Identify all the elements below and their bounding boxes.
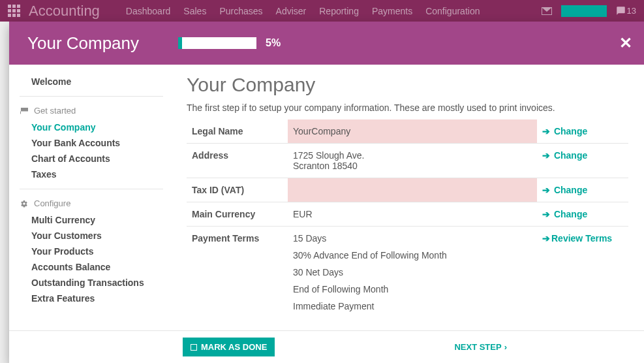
nav-configuration[interactable]: Configuration [425, 6, 480, 16]
nav-purchases[interactable]: Purchases [219, 6, 262, 16]
label-payment-terms: Payment Terms [187, 227, 288, 319]
sidebar-your-company[interactable]: Your Company [20, 119, 163, 135]
nav-adviser[interactable]: Adviser [276, 6, 307, 16]
sidebar-outstanding-transactions[interactable]: Outstanding Transactions [20, 275, 163, 291]
nav-reporting[interactable]: Reporting [319, 6, 359, 16]
sidebar-section-label: Configure [34, 198, 70, 208]
label-address: Address [187, 144, 288, 178]
sidebar-multi-currency[interactable]: Multi Currency [20, 212, 163, 228]
row-main-currency: Main Currency EUR ➔ Change [187, 202, 628, 227]
sidebar-welcome[interactable]: Welcome [20, 74, 163, 89]
gear-icon [20, 200, 29, 208]
change-legal-name[interactable]: ➔ Change [542, 126, 587, 136]
sidebar-section-get-started: Get started [20, 106, 163, 116]
chat-indicator[interactable]: 13 [616, 6, 636, 16]
sidebar-section-label: Get started [34, 106, 76, 116]
close-icon[interactable]: ✕ [619, 34, 632, 52]
arrow-right-icon: ➔ [542, 185, 550, 195]
modal-header: Your Company 5% ✕ [9, 22, 644, 65]
arrow-right-icon: ➔ [542, 233, 550, 244]
change-tax-id[interactable]: ➔ Change [542, 185, 587, 195]
arrow-right-icon: ➔ [542, 150, 550, 161]
chevron-right-icon: › [504, 342, 507, 352]
page-subtitle: The first step if to setup your company … [187, 103, 628, 113]
review-terms[interactable]: ➔Review Terms [542, 233, 612, 244]
mail-icon[interactable] [542, 7, 552, 15]
mark-as-done-button[interactable]: MARK AS DONE [183, 338, 275, 356]
nav-payments[interactable]: Payments [372, 6, 412, 16]
flag-icon [20, 108, 29, 114]
top-nav: Dashboard Sales Purchases Adviser Report… [126, 6, 542, 16]
onboarding-sidebar[interactable]: Welcome Get started Your Company Your Ba… [9, 65, 171, 330]
row-legal-name: Legal Name YourCompany ➔ Change [187, 119, 628, 144]
modal-footer: MARK AS DONE NEXT STEP › [9, 330, 644, 363]
value-currency: EUR [288, 202, 537, 227]
sidebar-section-configure: Configure [20, 198, 163, 208]
chat-count: 13 [627, 6, 636, 16]
row-tax-id: Tax ID (VAT) ➔ Change [187, 178, 628, 202]
sidebar-extra-features[interactable]: Extra Features [20, 291, 163, 306]
label-currency: Main Currency [187, 202, 288, 227]
onboarding-modal: Your Company 5% ✕ Welcome Get started Yo… [9, 22, 644, 363]
page-heading: Your Company [187, 74, 628, 96]
sidebar-taxes[interactable]: Taxes [20, 166, 163, 182]
sidebar-bank-accounts[interactable]: Your Bank Accounts [20, 135, 163, 151]
company-info-table: Legal Name YourCompany ➔ Change Address … [187, 119, 628, 318]
progress-label: 5% [266, 37, 281, 49]
progress-bar [178, 37, 256, 49]
arrow-right-icon: ➔ [542, 209, 550, 219]
next-step-button[interactable]: NEXT STEP › [454, 342, 507, 352]
value-address: 1725 Slough Ave. Scranton 18540 [288, 144, 537, 178]
nav-dashboard[interactable]: Dashboard [126, 6, 171, 16]
sidebar-chart-of-accounts[interactable]: Chart of Accounts [20, 151, 163, 166]
app-top-bar: Accounting Dashboard Sales Purchases Adv… [0, 0, 644, 22]
value-tax-id [288, 178, 537, 202]
sidebar-your-customers[interactable]: Your Customers [20, 228, 163, 244]
sidebar-your-products[interactable]: Your Products [20, 244, 163, 259]
apps-grid-icon[interactable] [8, 5, 21, 18]
onboarding-main[interactable]: Your Company The first step if to setup … [171, 65, 644, 330]
arrow-right-icon: ➔ [542, 126, 550, 136]
value-payment-terms: 15 Days 30% Advance End of Following Mon… [288, 227, 537, 319]
sidebar-accounts-balance[interactable]: Accounts Balance [20, 259, 163, 275]
change-address[interactable]: ➔ Change [542, 150, 587, 161]
label-tax-id: Tax ID (VAT) [187, 178, 288, 202]
row-address: Address 1725 Slough Ave. Scranton 18540 … [187, 144, 628, 178]
value-legal-name: YourCompany [288, 119, 537, 144]
modal-title: Your Company [27, 33, 139, 54]
row-payment-terms: Payment Terms 15 Days 30% Advance End of… [187, 227, 628, 319]
app-name: Accounting [29, 3, 100, 20]
label-legal-name: Legal Name [187, 119, 288, 144]
user-indicator[interactable] [561, 5, 607, 17]
change-currency[interactable]: ➔ Change [542, 209, 587, 219]
checkbox-icon [191, 344, 197, 351]
nav-sales[interactable]: Sales [183, 6, 206, 16]
